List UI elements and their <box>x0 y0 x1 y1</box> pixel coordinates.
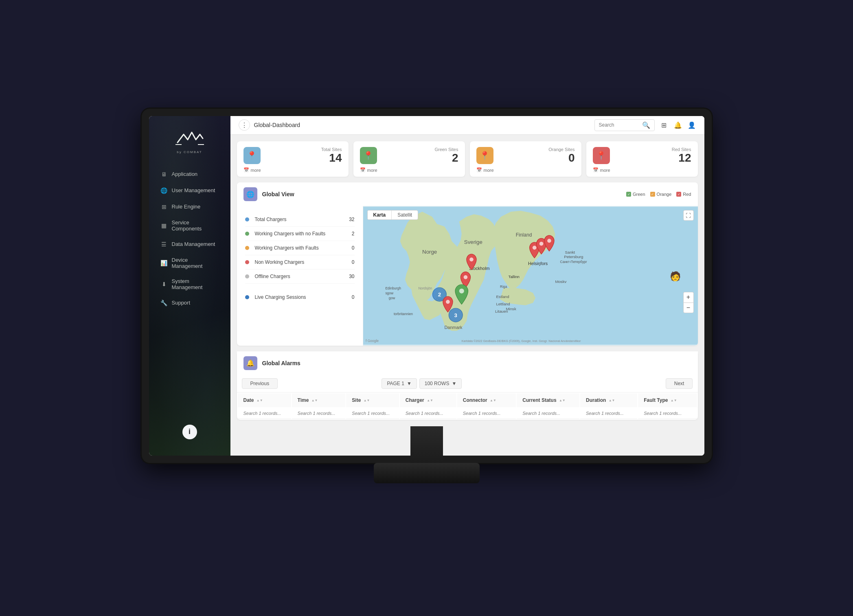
legend-red-label: Red <box>683 192 691 197</box>
support-icon: 🔧 <box>160 299 168 307</box>
orange-sites-value: 0 <box>568 152 575 164</box>
sidebar-item-system-management[interactable]: ⬇ System Management <box>152 274 227 294</box>
search-status[interactable] <box>522 411 574 416</box>
map-tabs: Karta Satellit <box>367 210 419 220</box>
logo-text: by COMBAT <box>177 150 202 154</box>
map-pin-icon-red: 📍 <box>596 151 606 160</box>
zoom-in-button[interactable]: + <box>683 292 694 303</box>
main-content: ⋮ Global-Dashboard 🔍 ⊞ 🔔 👤 <box>230 116 704 456</box>
svg-text:Tallinn: Tallinn <box>508 275 519 279</box>
info-button[interactable]: i <box>182 425 197 439</box>
sidebar-item-application[interactable]: 🖥 Application <box>152 167 227 182</box>
green-sites-footer-label: more <box>367 168 377 173</box>
search-box[interactable]: 🔍 <box>594 119 655 131</box>
search-date[interactable] <box>243 411 285 416</box>
map-fullscreen-button[interactable]: ⛶ <box>683 210 694 221</box>
map-character-icon: 🧑 <box>670 271 681 282</box>
calendar-icon-total: 📅 <box>243 167 249 173</box>
map-tab-karta[interactable]: Karta <box>368 210 392 219</box>
svg-text:f Google: f Google <box>366 339 379 343</box>
monitor-bezel: by COMBAT 🖥 Application 🌐 User Managemen… <box>142 109 712 463</box>
orange-sites-info: Orange Sites 0 <box>498 147 575 164</box>
stat-card-orange-sites: 📍 Orange Sites 0 📅 more <box>470 141 581 177</box>
sidebar-item-data-management[interactable]: ☰ Data Management <box>152 237 227 252</box>
grid-icon[interactable]: ⊞ <box>660 121 669 129</box>
svg-text:Danmark: Danmark <box>444 325 463 330</box>
total-chargers-value: 32 <box>345 217 355 222</box>
svg-text:Helsiŋfors: Helsiŋfors <box>528 261 548 266</box>
stat-card-total-sites: 📍 Total Sites 14 📅 more <box>237 141 349 177</box>
sort-fault-icon[interactable]: ▲▼ <box>671 399 677 402</box>
dashboard-body: 📍 Total Sites 14 📅 more <box>230 135 704 456</box>
svg-text:2: 2 <box>438 292 441 298</box>
search-charger[interactable] <box>406 411 451 416</box>
page-select: PAGE 1 ▼ 100 ROWS ▼ <box>382 378 462 389</box>
green-sites-footer[interactable]: 📅 more <box>360 167 458 173</box>
global-alarms-panel: 🔔 Global Alarms Previous PAGE 1 ▼ <box>237 351 698 420</box>
stats-divider <box>245 284 355 290</box>
orange-sites-footer-label: more <box>484 168 494 173</box>
monitor-shell: by COMBAT 🖥 Application 🌐 User Managemen… <box>142 109 712 508</box>
sidebar-item-label-data-management: Data Management <box>172 241 215 247</box>
previous-button[interactable]: Previous <box>242 378 278 389</box>
search-connector[interactable] <box>463 411 511 416</box>
global-view-header: 🌐 Global View ✓ Green ✓ Orange <box>237 182 698 206</box>
dots-icon: ⋮ <box>241 121 248 129</box>
col-header-site: Site ▲▼ <box>346 393 399 407</box>
svg-text:Minsk: Minsk <box>506 307 516 311</box>
search-site[interactable] <box>352 411 393 416</box>
total-chargers-name: Total Chargers <box>255 217 339 222</box>
zoom-out-button[interactable]: − <box>683 303 694 313</box>
search-fault-type[interactable] <box>644 411 691 416</box>
search-time[interactable] <box>298 411 340 416</box>
user-avatar-icon[interactable]: 👤 <box>687 121 696 129</box>
stat-row-total-chargers: Total Chargers 32 <box>245 213 355 227</box>
alarms-icon-box: 🔔 <box>243 356 257 370</box>
map-zoom-controls: + − <box>683 292 694 313</box>
stat-card-red-sites: 📍 Red Sites 12 📅 more <box>586 141 698 177</box>
working-no-faults-name: Working Chargers with no Faults <box>255 231 339 237</box>
sort-time-icon[interactable]: ▲▼ <box>311 399 318 402</box>
sidebar-item-device-management[interactable]: 📊 Device Management <box>152 253 227 273</box>
red-sites-footer-label: more <box>600 168 610 173</box>
sort-connector-icon[interactable]: ▲▼ <box>490 399 496 402</box>
rule-engine-icon: ⊞ <box>160 203 168 210</box>
global-view-content: Total Chargers 32 Working Chargers with … <box>237 206 698 345</box>
orange-sites-footer[interactable]: 📅 more <box>476 167 575 173</box>
monitor-stand-base <box>374 463 480 483</box>
bell-icon[interactable]: 🔔 <box>673 121 682 129</box>
search-duration[interactable] <box>586 411 632 416</box>
non-working-name: Non Working Chargers <box>255 259 339 265</box>
next-button[interactable]: Next <box>666 378 693 389</box>
sort-duration-icon[interactable]: ▲▼ <box>609 399 615 402</box>
red-sites-footer[interactable]: 📅 more <box>593 167 691 173</box>
page-label[interactable]: PAGE 1 ▼ <box>382 378 417 389</box>
sidebar-item-service-components[interactable]: ▦ Service Components <box>152 215 227 236</box>
sidebar-item-rule-engine[interactable]: ⊞ Rule Engine <box>152 199 227 215</box>
sidebar-item-label-rule-engine: Rule Engine <box>172 204 201 210</box>
sort-date-icon[interactable]: ▲▼ <box>257 399 263 402</box>
sort-status-icon[interactable]: ▲▼ <box>559 399 566 402</box>
alarms-table-header-row: Date ▲▼ Time ▲▼ Site ▲▼ <box>238 393 697 407</box>
charger-stats-list: Total Chargers 32 Working Chargers with … <box>237 206 363 345</box>
search-input[interactable] <box>599 122 640 128</box>
page-label-text: PAGE 1 <box>387 381 404 386</box>
map-pin-icon-blue: 📍 <box>247 151 257 160</box>
rows-select[interactable]: 100 ROWS ▼ <box>419 378 462 389</box>
sort-site-icon[interactable]: ▲▼ <box>364 399 370 402</box>
sidebar-item-user-management[interactable]: 🌐 User Management <box>152 183 227 198</box>
sidebar-item-support[interactable]: 🔧 Support <box>152 295 227 311</box>
total-sites-footer[interactable]: 📅 more <box>243 167 342 173</box>
menu-dots-button[interactable]: ⋮ <box>239 119 250 131</box>
user-management-icon: 🌐 <box>160 187 168 194</box>
col-header-date: Date ▲▼ <box>238 393 291 407</box>
global-view-icon-box: 🌐 <box>243 187 257 201</box>
svg-text:Sankt: Sankt <box>565 250 575 254</box>
map-pin-icon-green: 📍 <box>363 151 373 160</box>
svg-text:torbritannien: torbritannien <box>393 312 412 316</box>
live-charging-value: 0 <box>345 294 355 300</box>
map-tab-satellit[interactable]: Satellit <box>392 210 418 219</box>
working-no-faults-value: 2 <box>345 231 355 237</box>
sort-charger-icon[interactable]: ▲▼ <box>427 399 433 402</box>
svg-point-29 <box>463 275 467 279</box>
